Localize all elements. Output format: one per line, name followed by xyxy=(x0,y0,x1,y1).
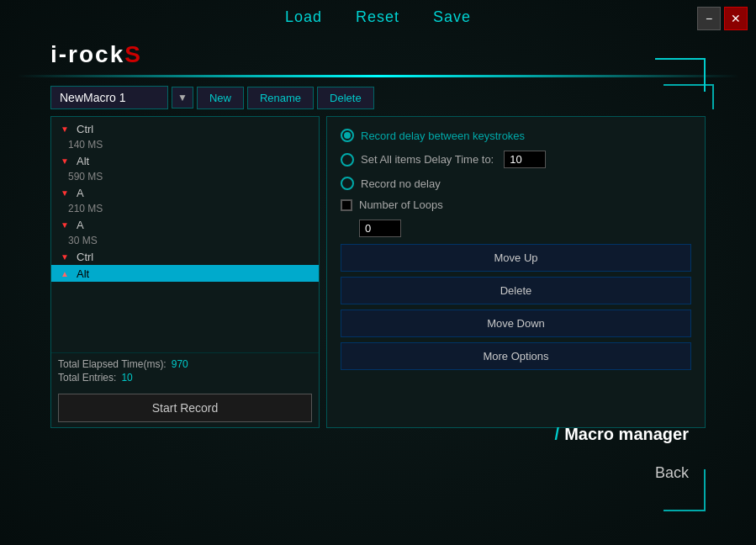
keystroke-item[interactable]: ▼A xyxy=(51,184,319,201)
keystroke-item[interactable]: ▼Ctrl xyxy=(51,120,319,137)
keystroke-item[interactable]: ▲Alt xyxy=(51,265,319,282)
move-up-button[interactable]: Move Up xyxy=(341,244,691,272)
start-record-button[interactable]: Start Record xyxy=(58,394,312,422)
keystroke-delay-item[interactable]: 590 MS xyxy=(51,169,319,184)
radio-label-3: Record no delay xyxy=(361,177,441,190)
logo-prefix: i-rock xyxy=(50,41,124,67)
delay-time-input[interactable] xyxy=(504,151,546,168)
entries-stat: Total Entries: 10 xyxy=(58,372,312,384)
radio-no-delay[interactable]: Record no delay xyxy=(341,177,691,190)
elapsed-value: 970 xyxy=(172,358,188,370)
radio-set-all[interactable]: Set All items Delay Time to: xyxy=(341,151,691,168)
keystroke-item[interactable]: ▼Ctrl xyxy=(51,248,319,265)
checkbox-label: Number of Loops xyxy=(359,198,443,211)
rename-macro-button[interactable]: Rename xyxy=(247,87,314,109)
entries-label: Total Entries: xyxy=(58,372,116,384)
left-panel: ▼Ctrl140 MS▼Alt590 MS▼A210 MS▼A30 MS▼Ctr… xyxy=(50,116,320,428)
keystroke-item[interactable]: ▼Alt xyxy=(51,152,319,169)
macro-manager-label: /Macro manager xyxy=(555,425,689,444)
radio-record-delay[interactable]: Record delay between keystrokes xyxy=(341,129,691,142)
delete-item-button[interactable]: Delete xyxy=(341,277,691,304)
radio-circle-1 xyxy=(341,129,354,142)
new-macro-button[interactable]: New xyxy=(197,87,244,109)
main-content: ▼ New Rename Delete ▼Ctrl140 MS▼Alt590 M… xyxy=(0,86,756,428)
action-buttons: Move Up Delete Move Down More Options xyxy=(341,244,691,370)
macro-selector-row: ▼ New Rename Delete xyxy=(50,86,706,109)
close-button[interactable]: ✕ xyxy=(724,7,748,30)
keystroke-list[interactable]: ▼Ctrl140 MS▼Alt590 MS▼A210 MS▼A30 MS▼Ctr… xyxy=(51,117,319,352)
checkbox-loops[interactable]: Number of Loops xyxy=(341,198,691,211)
panels: ▼Ctrl140 MS▼Alt590 MS▼A210 MS▼A30 MS▼Ctr… xyxy=(50,116,706,428)
back-button[interactable]: Back xyxy=(655,464,689,482)
radio-label-1: Record delay between keystrokes xyxy=(361,130,525,142)
load-button[interactable]: Load xyxy=(285,8,322,26)
key-up-icon: ▲ xyxy=(58,267,71,280)
decorative-line xyxy=(17,75,739,77)
keystroke-delay-item[interactable]: 210 MS xyxy=(51,201,319,216)
top-bar: Load Reset Save − ✕ xyxy=(0,0,756,34)
more-options-button[interactable]: More Options xyxy=(341,342,691,370)
key-down-icon: ▼ xyxy=(58,250,71,263)
logo-suffix: S xyxy=(124,41,142,67)
mm-bracket: / xyxy=(555,425,560,443)
elapsed-stat: Total Elapsed Time(ms): 970 xyxy=(58,358,312,370)
macro-name-input[interactable] xyxy=(50,86,168,109)
keystroke-delay-item[interactable]: 140 MS xyxy=(51,137,319,152)
radio-label-2: Set All items Delay Time to: xyxy=(361,153,494,166)
right-panel: Record delay between keystrokes Set All … xyxy=(326,116,706,428)
key-label: A xyxy=(77,187,84,199)
key-down-icon: ▼ xyxy=(58,218,71,231)
elapsed-label: Total Elapsed Time(ms): xyxy=(58,358,167,370)
key-label: A xyxy=(77,219,84,231)
macro-dropdown-button[interactable]: ▼ xyxy=(172,87,193,108)
window-controls: − ✕ xyxy=(697,7,748,30)
move-down-button[interactable]: Move Down xyxy=(341,310,691,337)
key-down-icon: ▼ xyxy=(58,122,71,135)
logo: i-rockS xyxy=(50,41,706,68)
logo-area: i-rockS xyxy=(0,34,756,75)
radio-circle-2 xyxy=(341,153,354,167)
delete-macro-button[interactable]: Delete xyxy=(317,87,374,109)
minimize-button[interactable]: − xyxy=(697,7,721,30)
keystroke-item[interactable]: ▼A xyxy=(51,216,319,233)
key-label: Ctrl xyxy=(77,251,93,263)
key-down-icon: ▼ xyxy=(58,154,71,167)
key-label: Alt xyxy=(77,267,89,280)
mm-text: Macro manager xyxy=(564,425,689,443)
loops-input[interactable] xyxy=(359,220,401,237)
key-down-icon: ▼ xyxy=(58,186,71,199)
entries-value: 10 xyxy=(121,372,132,384)
checkbox-box xyxy=(341,199,352,211)
keystroke-delay-item[interactable]: 30 MS xyxy=(51,233,319,248)
save-button[interactable]: Save xyxy=(433,8,471,26)
key-label: Ctrl xyxy=(77,123,93,135)
stats-row: Total Elapsed Time(ms): 970 Total Entrie… xyxy=(51,352,319,389)
reset-button[interactable]: Reset xyxy=(356,8,399,26)
radio-circle-3 xyxy=(341,177,354,190)
key-label: Alt xyxy=(77,155,89,167)
